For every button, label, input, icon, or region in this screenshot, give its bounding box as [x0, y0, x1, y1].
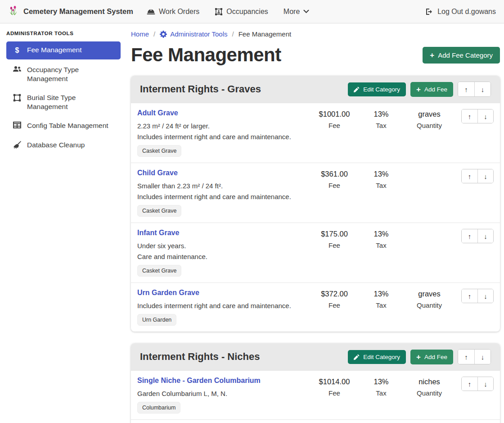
breadcrumb-current: Fee Management: [238, 30, 292, 38]
chevron-down-icon: [303, 9, 309, 14]
fee-tax-value: 13%: [360, 110, 403, 118]
move-down-button[interactable]: ↓: [477, 109, 493, 123]
hard-hat-icon: [147, 8, 155, 15]
fee-description: Garden Columbarium L, M, N.: [137, 390, 309, 397]
reorder-button-group: ↑↓: [461, 377, 494, 391]
tulip-logo-icon: [8, 5, 20, 18]
fee-name-link[interactable]: Infant Grave: [137, 229, 179, 237]
reorder-button-group: ↑↓: [461, 229, 494, 243]
add-fee-label: Add Fee: [424, 354, 447, 360]
fee-amount-value: $372.00: [309, 290, 360, 298]
fee-quantity-value: niches: [403, 378, 456, 386]
fee-row: Adult Grave2.23 m² / 24 ft² or larger.In…: [131, 103, 500, 163]
move-down-button[interactable]: ↓: [474, 82, 490, 96]
plus-icon: +: [430, 51, 434, 59]
tax-label: Tax: [360, 122, 403, 129]
breadcrumb: Home / Administrator Tools / Fee Managem…: [131, 30, 500, 38]
category-title: Interment Rights - Niches: [140, 351, 260, 363]
fee-label: Fee: [309, 389, 360, 397]
sidebar: ADMINISTRATOR TOOLS $Fee ManagementOccup…: [0, 23, 126, 423]
nav-item-label: Work Orders: [159, 8, 199, 16]
fee-label: Fee: [309, 182, 360, 189]
quantity-label: Quantity: [403, 301, 456, 309]
reorder-button-group: ↑↓: [461, 289, 494, 303]
fee-description: Care and maintenance.: [137, 253, 309, 260]
plus-icon: +: [416, 353, 421, 361]
move-up-button[interactable]: ↑: [458, 82, 474, 96]
fee-type-badge: Casket Grave: [137, 265, 181, 277]
fee-type-badge: Casket Grave: [137, 145, 181, 157]
fee-name-link[interactable]: Urn Garden Grave: [137, 289, 199, 297]
fee-name-link[interactable]: Single Niche - Garden Columbarium: [137, 377, 261, 385]
move-up-button[interactable]: ↑: [462, 229, 477, 243]
reorder-button-group: ↑↓: [461, 109, 494, 123]
sidebar-item-config-table-management[interactable]: Config Table Management: [6, 117, 121, 134]
tax-label: Tax: [360, 301, 403, 309]
page-title: Fee Management: [131, 44, 281, 66]
breadcrumb-separator: /: [153, 30, 155, 38]
fee-description: 2.23 m² / 24 ft² or larger.: [137, 122, 309, 130]
move-up-button[interactable]: ↑: [462, 109, 477, 123]
breadcrumb-admin-link[interactable]: Administrator Tools: [160, 30, 227, 38]
fee-description: Under six years.: [137, 242, 309, 250]
breadcrumb-separator: /: [232, 30, 234, 38]
fee-name-link[interactable]: Adult Grave: [137, 109, 178, 117]
fee-amount-value: $1001.00: [309, 110, 360, 118]
nav-links: Work Orders Occupancies More: [147, 8, 426, 16]
logout-button[interactable]: Log Out d.gowans: [426, 8, 496, 16]
reorder-button-group: ↑↓: [461, 169, 494, 183]
add-fee-category-button[interactable]: + Add Fee Category: [423, 47, 500, 64]
fee-category-card: Interment Rights - GravesEdit Category+A…: [131, 76, 500, 332]
move-down-button[interactable]: ↓: [477, 289, 493, 303]
move-up-button[interactable]: ↑: [462, 377, 477, 391]
add-fee-button[interactable]: +Add Fee: [410, 82, 453, 97]
nav-item-work-orders[interactable]: Work Orders: [147, 8, 199, 16]
fee-name-link[interactable]: Child Grave: [137, 169, 178, 177]
edit-category-button[interactable]: Edit Category: [348, 82, 406, 96]
add-fee-button[interactable]: +Add Fee: [410, 350, 453, 364]
sidebar-item-database-cleanup[interactable]: Database Cleanup: [6, 136, 121, 154]
move-up-button[interactable]: ↑: [458, 350, 474, 364]
nav-item-more[interactable]: More: [284, 8, 309, 16]
top-navbar: Cemetery Management System Work Orders: [0, 0, 504, 23]
move-up-button[interactable]: ↑: [462, 169, 477, 183]
fee-description: Smaller than 2.23 m² / 24 ft².: [137, 182, 309, 190]
sidebar-item-fee-management[interactable]: $Fee Management: [6, 41, 121, 59]
pencil-icon: [354, 86, 360, 93]
tax-label: Tax: [360, 182, 403, 189]
sidebar-heading: ADMINISTRATOR TOOLS: [6, 31, 121, 36]
move-down-button[interactable]: ↓: [474, 350, 490, 364]
move-down-button[interactable]: ↓: [477, 169, 493, 183]
sidebar-item-occupancy-type-management[interactable]: Occupancy Type Management: [6, 61, 121, 87]
breadcrumb-home-link[interactable]: Home: [131, 30, 149, 38]
fee-row: Companion Niche - Garden ColumbariumGard…: [131, 419, 500, 423]
brand[interactable]: Cemetery Management System: [8, 5, 133, 18]
move-up-button[interactable]: ↑: [462, 289, 477, 303]
fee-tax-value: 13%: [360, 378, 403, 386]
logout-label: Log Out d.gowans: [437, 8, 496, 16]
broom-icon: [13, 141, 22, 149]
category-header: Interment Rights - GravesEdit Category+A…: [131, 76, 500, 103]
quantity-label: Quantity: [403, 122, 456, 129]
sidebar-item-burial-site-type-management[interactable]: Burial Site Type Management: [6, 89, 121, 115]
logout-icon: [426, 8, 434, 16]
fee-tax-value: 13%: [360, 170, 403, 178]
fee-label: Fee: [309, 122, 360, 129]
nav-item-occupancies[interactable]: Occupancies: [215, 8, 268, 16]
quantity-label: Quantity: [403, 389, 456, 397]
sidebar-item-label: Database Cleanup: [27, 141, 85, 150]
pencil-icon: [354, 354, 360, 360]
sidebar-item-label: Burial Site Type Management: [27, 93, 116, 111]
move-down-button[interactable]: ↓: [477, 229, 493, 243]
edit-category-button[interactable]: Edit Category: [348, 350, 406, 364]
table-icon: [13, 122, 22, 128]
fee-quantity-value: graves: [403, 110, 456, 118]
move-down-button[interactable]: ↓: [477, 377, 493, 391]
dollar-icon: $: [13, 46, 22, 55]
fee-description: Includes interment right and care and ma…: [137, 133, 309, 141]
category-title: Interment Rights - Graves: [140, 83, 261, 95]
main-content: Home / Administrator Tools / Fee Managem…: [126, 23, 504, 423]
reorder-button-group: ↑↓: [458, 82, 491, 97]
fee-type-badge: Columbarium: [137, 402, 180, 414]
fee-label: Fee: [309, 241, 360, 249]
